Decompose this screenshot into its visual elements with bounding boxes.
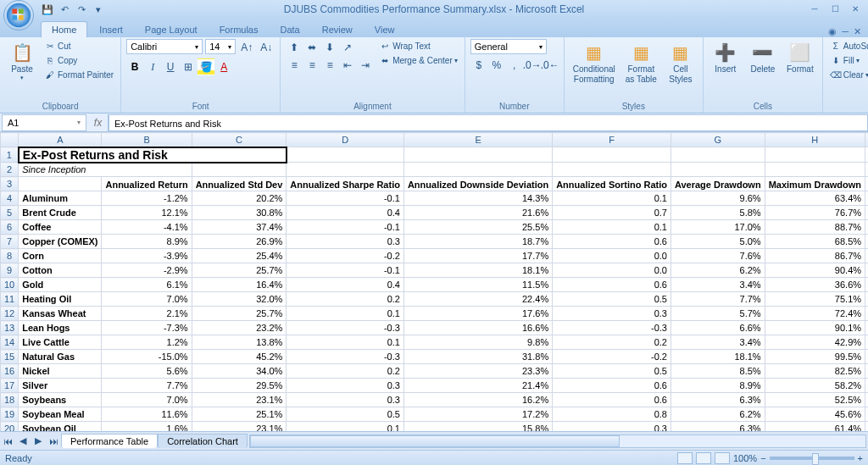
cell-D9[interactable]: -0.1	[287, 263, 404, 278]
cell-F20[interactable]: 0.3	[553, 422, 671, 432]
row-header-9[interactable]: 9	[1, 263, 19, 278]
align-center-button[interactable]: ≡	[303, 57, 320, 74]
cell-F9[interactable]: 0.0	[553, 263, 671, 278]
close-button[interactable]: ✕	[846, 2, 865, 15]
row-header-18[interactable]: 18	[1, 393, 19, 407]
cell-D5[interactable]: 0.4	[287, 206, 404, 220]
cell-G14[interactable]: 3.4%	[670, 335, 765, 350]
cell-G15[interactable]: 18.1%	[670, 350, 765, 364]
row-header-4[interactable]: 4	[1, 191, 19, 206]
cell-C6[interactable]: 37.4%	[192, 220, 287, 235]
sheet-tab-other[interactable]: Correlation Chart	[158, 434, 248, 448]
cell-B17[interactable]: 7.7%	[102, 379, 192, 393]
cell-H4[interactable]: 63.4%	[765, 191, 865, 206]
cell-A16[interactable]: Nickel	[19, 364, 102, 379]
cell-B8[interactable]: -3.9%	[102, 249, 192, 263]
row-header-10[interactable]: 10	[1, 278, 19, 292]
cell-B19[interactable]: 11.6%	[102, 407, 192, 422]
row-header-17[interactable]: 17	[1, 379, 19, 393]
cell-G13[interactable]: 6.6%	[670, 321, 765, 335]
qat-save-icon[interactable]: 💾	[41, 3, 54, 16]
zoom-in-button[interactable]: +	[858, 453, 863, 463]
cell-E8[interactable]: 17.7%	[403, 249, 552, 263]
wrap-text-button[interactable]: ↩Wrap Text	[377, 39, 459, 53]
cell-A13[interactable]: Lean Hogs	[19, 321, 102, 335]
cell-G8[interactable]: 7.6%	[670, 249, 765, 263]
row-header-19[interactable]: 19	[1, 407, 19, 422]
cell-I8[interactable]: 0.0	[865, 249, 868, 263]
cell-A9[interactable]: Cotton	[19, 263, 102, 278]
cell-H17[interactable]: 58.2%	[765, 379, 865, 393]
cell-A15[interactable]: Natural Gas	[19, 350, 102, 364]
cell[interactable]	[553, 163, 671, 177]
cell[interactable]	[765, 163, 865, 177]
format-painter-button[interactable]: 🖌Format Painter	[42, 68, 115, 81]
cell-D18[interactable]: 0.3	[287, 393, 404, 407]
cell-D7[interactable]: 0.3	[287, 235, 404, 249]
cell-F6[interactable]: 0.1	[553, 220, 671, 235]
ribbon-tab-formulas[interactable]: Formulas	[209, 22, 269, 37]
cell-H13[interactable]: 90.1%	[765, 321, 865, 335]
header-Annualized Sortino Ratio[interactable]: Annualized Sortino Ratio	[553, 177, 671, 191]
cell-F18[interactable]: 0.6	[553, 393, 671, 407]
cell-E4[interactable]: 14.3%	[403, 191, 552, 206]
office-button[interactable]	[3, 0, 34, 30]
number-format-combo[interactable]: General▾	[470, 39, 547, 54]
cell-E7[interactable]: 18.7%	[403, 235, 552, 249]
align-left-button[interactable]: ≡	[286, 57, 303, 74]
cell-E9[interactable]: 18.1%	[403, 263, 552, 278]
row-header-12[interactable]: 12	[1, 307, 19, 321]
col-header-C[interactable]: C	[192, 133, 287, 147]
cell[interactable]	[287, 147, 404, 163]
merge-center-button[interactable]: ⬌Merge & Center▾	[377, 53, 459, 67]
cell-A18[interactable]: Soybeans	[19, 393, 102, 407]
cell-E13[interactable]: 16.6%	[403, 321, 552, 335]
row-header-6[interactable]: 6	[1, 220, 19, 235]
cell-C14[interactable]: 13.8%	[192, 335, 287, 350]
view-normal-button[interactable]	[677, 452, 693, 464]
row-header-5[interactable]: 5	[1, 206, 19, 220]
row-header-2[interactable]: 2	[1, 163, 19, 177]
border-button[interactable]: ⊞	[180, 58, 197, 75]
cell-B15[interactable]: -15.0%	[102, 350, 192, 364]
cell-E14[interactable]: 9.8%	[403, 335, 552, 350]
cell-F15[interactable]: -0.2	[553, 350, 671, 364]
cell-G17[interactable]: 8.9%	[670, 379, 765, 393]
cell-F8[interactable]: 0.0	[553, 249, 671, 263]
row-header-1[interactable]: 1	[1, 147, 19, 163]
sheet-tab-active[interactable]: Performance Table	[61, 434, 158, 448]
minimize-button[interactable]: ─	[805, 2, 824, 15]
cell-I17[interactable]: 0.1	[865, 379, 868, 393]
cell-F11[interactable]: 0.5	[553, 292, 671, 307]
cell-I11[interactable]: 0.1	[865, 292, 868, 307]
cell-G16[interactable]: 8.5%	[670, 364, 765, 379]
cell-I13[interactable]: -0.1	[865, 321, 868, 335]
cell-E19[interactable]: 17.2%	[403, 407, 552, 422]
cell-H10[interactable]: 36.6%	[765, 278, 865, 292]
cell-E20[interactable]: 15.8%	[403, 422, 552, 432]
sheet-nav-prev[interactable]: ◀	[15, 434, 31, 449]
cell-I15[interactable]: -0.1	[865, 350, 868, 364]
cell-D15[interactable]: -0.3	[287, 350, 404, 364]
header-Average Drawdown[interactable]: Average Drawdown	[670, 177, 765, 191]
increase-decimal-button[interactable]: .0→	[524, 57, 541, 74]
cell-F13[interactable]: -0.3	[553, 321, 671, 335]
row-header-15[interactable]: 15	[1, 350, 19, 364]
row-header-16[interactable]: 16	[1, 364, 19, 379]
cell-B13[interactable]: -7.3%	[102, 321, 192, 335]
header-Annualized Std Dev[interactable]: Annualized Std Dev	[192, 177, 287, 191]
cell-B10[interactable]: 6.1%	[102, 278, 192, 292]
ribbon-tab-data[interactable]: Data	[270, 22, 309, 37]
sheet-nav-next[interactable]: ▶	[31, 434, 46, 449]
cell-I20[interactable]: 0.0	[865, 422, 868, 432]
fill-button[interactable]: ⬇Fill▾	[828, 53, 868, 67]
row-header-7[interactable]: 7	[1, 235, 19, 249]
increase-indent-button[interactable]: ⇥	[357, 57, 374, 74]
cell-B20[interactable]: 1.6%	[102, 422, 192, 432]
cell-B16[interactable]: 5.6%	[102, 364, 192, 379]
col-header-I[interactable]: I	[865, 133, 868, 147]
cell-D14[interactable]: 0.1	[287, 335, 404, 350]
header-Annualized Downside Deviation[interactable]: Annualized Downside Deviation	[403, 177, 552, 191]
shrink-font-button[interactable]: A↓	[258, 39, 275, 56]
cell-H15[interactable]: 99.5%	[765, 350, 865, 364]
